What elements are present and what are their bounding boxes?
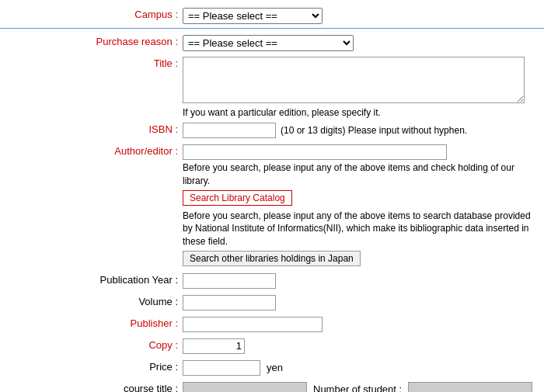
copy-input[interactable] <box>183 338 245 354</box>
search-other-note: Before you search, please input any of t… <box>183 210 532 248</box>
publication-year-label: Publication Year : <box>0 272 183 286</box>
publisher-input[interactable] <box>183 317 323 332</box>
publication-year-input[interactable] <box>183 273 276 289</box>
isbn-input[interactable] <box>183 123 276 138</box>
title-help: If you want a particular edition, please… <box>183 107 544 118</box>
title-input[interactable] <box>183 57 525 103</box>
purchase-reason-label: Purchase reason : <box>0 33 183 47</box>
number-of-student-input[interactable] <box>408 382 532 392</box>
campus-select[interactable]: == Please select == <box>183 8 323 24</box>
price-label: Price : <box>0 359 183 373</box>
isbn-label: ISBN : <box>0 121 183 135</box>
price-input[interactable] <box>183 360 260 376</box>
author-editor-label: Author/editor : <box>0 143 183 157</box>
publisher-label: Publisher : <box>0 315 183 329</box>
number-of-student-label: Number of student : <box>313 383 402 392</box>
campus-label: Campus : <box>0 6 183 20</box>
copy-label: Copy : <box>0 337 183 351</box>
isbn-hint: (10 or 13 digits) Please input without h… <box>281 125 467 136</box>
volume-input[interactable] <box>183 295 276 310</box>
search-catalog-note: Before you search, please input any of t… <box>183 161 532 188</box>
purchase-reason-select[interactable]: == Please select == <box>183 35 354 51</box>
price-unit: yen <box>267 362 283 373</box>
author-editor-input[interactable] <box>183 144 447 160</box>
volume-label: Volume : <box>0 293 183 307</box>
course-title-input[interactable] <box>183 382 307 392</box>
course-title-label: course title : <box>0 380 183 392</box>
search-catalog-button[interactable]: Search Library Catalog <box>183 190 292 206</box>
title-label: Title : <box>0 55 183 69</box>
search-other-button[interactable]: Search other libraries holdings in Japan <box>183 251 361 266</box>
